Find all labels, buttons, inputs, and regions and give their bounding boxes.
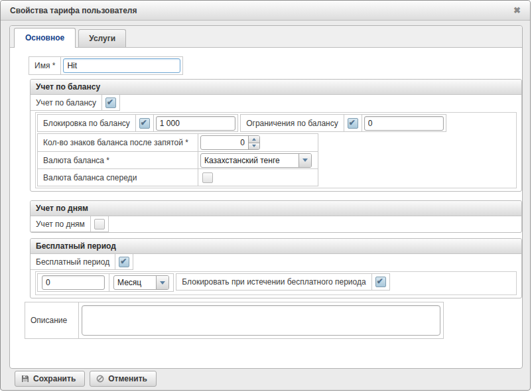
free-period-block-label: Блокировать при истечении бесплатного пе… xyxy=(176,274,371,290)
balance-block-checkbox-cell: ✔ xyxy=(136,115,154,131)
balance-limit-label: Ограничения по балансу xyxy=(241,115,344,131)
balance-toggle-checkbox[interactable]: ✔ xyxy=(105,98,116,108)
spinner-up-button[interactable] xyxy=(249,136,259,143)
balance-toggle-cell: ✔ xyxy=(102,95,120,111)
close-icon[interactable]: ✖ xyxy=(513,6,521,15)
balance-limit-checkbox-cell: ✔ xyxy=(344,115,362,131)
tabstrip: Основное Услуги xyxy=(10,26,522,48)
currency-front-ctrl-cell: ✔ xyxy=(198,169,318,186)
check-icon: ✔ xyxy=(377,277,383,286)
dialog-titlebar: Свойства тарифа пользователя ✖ xyxy=(1,1,530,21)
tab-services-label: Услуги xyxy=(89,34,115,43)
cancel-button[interactable]: Отменить xyxy=(90,371,157,387)
save-button-label: Сохранить xyxy=(33,374,76,383)
cancel-icon xyxy=(96,375,104,383)
description-box: Описание xyxy=(25,302,444,339)
currency-front-row: Валюта баланса спереди ✔ xyxy=(38,168,318,186)
save-icon xyxy=(21,375,29,383)
currency-value: Казахстанский тенге xyxy=(201,154,299,167)
currency-dropdown-button[interactable] xyxy=(299,154,311,167)
tab-services[interactable]: Услуги xyxy=(78,29,126,47)
name-input[interactable] xyxy=(63,58,180,73)
triangle-up-icon xyxy=(252,138,256,141)
balance-block-row: Блокировка по балансу ✔ xyxy=(37,114,238,132)
free-period-toggle-row: Бесплатный период ✔ xyxy=(31,254,521,270)
decimals-ctrl-cell: 0 xyxy=(198,134,318,151)
tab-main-content: Имя * Учет по балансу Учет по балансу ✔ xyxy=(10,48,522,339)
name-input-cell xyxy=(61,57,182,74)
description-row: Описание xyxy=(25,302,509,339)
free-period-block-cell: ✔ xyxy=(372,274,389,290)
decimals-label: Кол-во знаков баланса после запятой * xyxy=(38,134,198,151)
free-period-unit-combobox[interactable]: Месяц xyxy=(113,275,169,290)
daily-toggle-cell: ✔ xyxy=(91,216,109,232)
balance-toggle-row: Учет по балансу ✔ xyxy=(31,95,521,111)
free-period-fieldset: Бесплатный период Бесплатный период ✔ xyxy=(30,238,522,298)
tab-main-label: Основное xyxy=(25,33,64,42)
dialog-title: Свойства тарифа пользователя xyxy=(10,6,137,15)
triangle-down-icon xyxy=(252,145,256,147)
currency-label: Валюта баланса * xyxy=(38,152,198,168)
tariff-properties-dialog: Свойства тарифа пользователя ✖ Основное … xyxy=(0,0,531,391)
balance-limit-checkbox[interactable]: ✔ xyxy=(348,118,358,129)
description-label: Описание xyxy=(25,302,79,338)
check-icon: ✔ xyxy=(120,257,127,266)
balance-block-checkbox[interactable]: ✔ xyxy=(139,118,150,129)
tabbox: Основное Услуги Имя * Учет по балансу Уч… xyxy=(9,25,523,369)
balance-limit-row: Ограничения по балансу ✔ xyxy=(240,114,446,132)
decimals-spinner[interactable]: 0 xyxy=(200,135,260,150)
free-period-block-checkbox[interactable]: ✔ xyxy=(375,277,386,287)
free-period-inner-group: Месяц Блокировать при истечении бесплатн… xyxy=(35,271,517,295)
balance-block-input-cell xyxy=(154,115,237,131)
decimals-row: Кол-во знаков баланса после запятой * 0 xyxy=(38,134,318,151)
balance-block-input[interactable] xyxy=(156,116,235,131)
triangle-down-icon xyxy=(160,281,165,285)
decimals-spinner-buttons xyxy=(248,136,259,149)
description-textarea[interactable] xyxy=(82,305,440,336)
free-period-toggle-checkbox[interactable]: ✔ xyxy=(119,257,129,267)
currency-front-checkbox[interactable]: ✔ xyxy=(202,172,213,183)
daily-fieldset-header: Учет по дням xyxy=(31,201,521,216)
daily-fieldset: Учет по дням Учет по дням ✔ xyxy=(30,200,522,233)
balance-inner-group: Блокировка по балансу ✔ Ограничения по б… xyxy=(35,112,517,188)
check-icon: ✔ xyxy=(349,118,356,127)
balance-fieldset-header: Учет по балансу xyxy=(31,80,521,95)
cancel-button-label: Отменить xyxy=(108,374,147,383)
balance-toggle-label: Учет по балансу xyxy=(31,95,102,111)
daily-toggle-label: Учет по дням xyxy=(31,216,91,232)
free-period-unit-value: Месяц xyxy=(114,276,156,289)
balance-settings-table: Кол-во знаков баланса после запятой * 0 xyxy=(37,133,318,186)
free-period-fieldset-header: Бесплатный период xyxy=(31,239,521,254)
check-icon: ✔ xyxy=(107,98,113,107)
free-period-unit-cell: Месяц xyxy=(109,274,173,291)
daily-toggle-checkbox[interactable]: ✔ xyxy=(94,219,105,229)
check-icon: ✔ xyxy=(141,118,147,127)
daily-toggle-row: Учет по дням ✔ xyxy=(31,216,521,232)
free-period-toggle-label: Бесплатный период xyxy=(31,254,115,270)
free-period-toggle-cell: ✔ xyxy=(115,254,133,270)
free-period-block-row: Блокировать при истечении бесплатного пе… xyxy=(176,273,389,291)
balance-limit-input[interactable] xyxy=(364,116,444,131)
unit-dropdown-button[interactable] xyxy=(156,276,168,289)
free-period-duration-cell xyxy=(38,274,109,291)
spinner-down-button[interactable] xyxy=(249,143,259,150)
currency-row: Валюта баланса * Казахстанский тенге xyxy=(38,151,318,168)
tab-main[interactable]: Основное xyxy=(14,28,76,48)
save-button[interactable]: Сохранить xyxy=(15,371,85,387)
free-period-duration-input[interactable] xyxy=(42,275,105,290)
balance-limit-input-cell xyxy=(362,115,446,131)
balance-block-label: Блокировка по балансу xyxy=(38,115,136,131)
footer-toolbar: Сохранить Отменить xyxy=(1,367,530,390)
decimals-value: 0 xyxy=(201,136,248,149)
currency-ctrl-cell: Казахстанский тенге xyxy=(198,152,318,168)
balance-fieldset: Учет по балансу Учет по балансу ✔ Блокир… xyxy=(30,79,522,192)
name-label: Имя * xyxy=(29,57,61,74)
triangle-down-icon xyxy=(302,159,308,162)
name-row: Имя * xyxy=(29,56,183,75)
free-period-duration-row: Месяц xyxy=(37,273,174,292)
currency-front-label: Валюта баланса спереди xyxy=(38,169,198,186)
currency-combobox[interactable]: Казахстанский тенге xyxy=(200,153,312,168)
